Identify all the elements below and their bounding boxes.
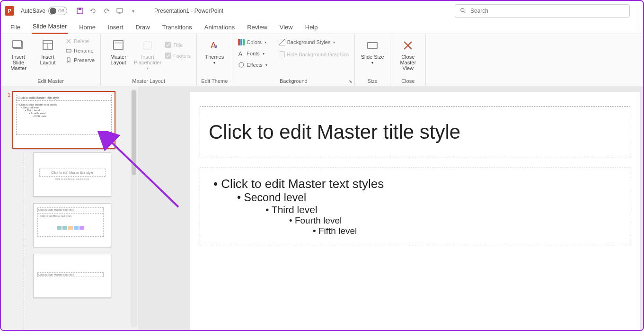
tab-help[interactable]: Help: [304, 22, 319, 34]
slide-size-button[interactable]: Slide Size ▾: [359, 36, 386, 67]
autosave-label: AutoSave: [21, 8, 45, 14]
slide-edit-area: Click to edit Master title style Click t…: [138, 86, 643, 330]
body-placeholder[interactable]: Click to edit Master text styles Second …: [200, 168, 630, 245]
svg-rect-2: [117, 9, 123, 12]
footers-checkbox: Footers: [163, 51, 193, 61]
scrollbar-thumb[interactable]: [132, 90, 136, 175]
colors-button[interactable]: Colors▾: [236, 38, 269, 46]
layout-thumbnail-2[interactable]: Click to edit Master title style • Click…: [33, 203, 111, 247]
tab-slide-master[interactable]: Slide Master: [32, 21, 68, 34]
svg-rect-1: [79, 8, 81, 10]
thumbnail-scrollbar[interactable]: [131, 89, 137, 327]
search-input[interactable]: [470, 8, 625, 14]
body-level-5[interactable]: Fifth level: [209, 226, 621, 236]
svg-text:a: a: [214, 43, 218, 50]
master-thumb-body: • Click to edit Master text styles • Sec…: [16, 102, 112, 135]
body-level-2[interactable]: Second level: [209, 191, 621, 204]
group-label-edit-theme: Edit Theme: [201, 77, 228, 85]
tab-draw[interactable]: Draw: [134, 22, 150, 34]
qat-customize[interactable]: ▾: [129, 7, 137, 15]
fonts-button[interactable]: A Fonts▾: [236, 49, 269, 58]
colors-icon: [238, 39, 245, 45]
tab-view[interactable]: View: [279, 22, 294, 34]
delete-icon: [65, 38, 72, 45]
present-button[interactable]: [115, 7, 124, 15]
title-checkbox: Title: [163, 40, 193, 50]
insert-layout-button[interactable]: Insert Layout: [34, 36, 62, 67]
delete-button: Delete: [63, 37, 97, 45]
preserve-button[interactable]: Preserve: [63, 56, 97, 64]
master-layout-button[interactable]: Master Layout: [105, 36, 132, 67]
group-background: Colors▾ A Fonts▾ Effects▾ Background Sty…: [232, 34, 355, 86]
effects-icon: [238, 62, 245, 68]
svg-rect-16: [115, 42, 122, 44]
group-label-close: Close: [394, 77, 422, 85]
fonts-icon: A: [238, 50, 245, 57]
toggle-switch[interactable]: Off: [48, 7, 67, 15]
tab-home[interactable]: Home: [78, 22, 97, 34]
master-thumb-title: Click to edit Master title style: [16, 95, 112, 101]
thumbnail-panel: 1 Click to edit Master title style • Cli…: [1, 86, 138, 330]
group-label-edit-master: Edit Master: [5, 77, 97, 85]
background-dialog-launcher[interactable]: ⬊: [349, 79, 353, 84]
title-placeholder[interactable]: Click to edit Master title style: [200, 106, 630, 158]
group-edit-master: Insert Slide Master Insert Layout Delete…: [1, 34, 101, 86]
quick-access-toolbar: ▾: [76, 7, 137, 15]
document-title: Presentation1 - PowerPoint: [154, 8, 223, 14]
svg-rect-8: [13, 41, 21, 47]
main-area: 1 Click to edit Master title style • Cli…: [1, 86, 643, 330]
rename-icon: [65, 47, 72, 54]
svg-line-6: [464, 11, 466, 13]
body-level-4[interactable]: Fourth level: [209, 215, 621, 226]
powerpoint-icon: P: [5, 6, 14, 16]
toggle-knob: [50, 8, 56, 14]
tab-insert[interactable]: Insert: [107, 22, 124, 34]
group-size: Slide Size ▾ Size: [355, 34, 390, 86]
tab-review[interactable]: Review: [246, 22, 268, 34]
redo-button[interactable]: [102, 7, 111, 15]
svg-text:A: A: [238, 51, 242, 57]
title-placeholder-text[interactable]: Click to edit Master title style: [209, 121, 621, 143]
group-label-master-layout: Master Layout: [105, 77, 193, 85]
tab-transitions[interactable]: Transitions: [161, 22, 193, 34]
save-button[interactable]: [76, 7, 84, 15]
hide-bg-checkbox: Hide Background Graphics: [277, 49, 351, 59]
autosave-toggle[interactable]: AutoSave Off: [21, 7, 67, 15]
svg-point-24: [239, 63, 244, 67]
layout-thumbnail-1[interactable]: Click to edit Master title style Click t…: [33, 152, 111, 197]
ribbon-tabs: File Slide Master Home Insert Draw Trans…: [1, 21, 643, 34]
undo-button[interactable]: [89, 7, 97, 15]
slide-canvas[interactable]: Click to edit Master title style Click t…: [190, 92, 640, 331]
close-master-view-button[interactable]: Close Master View: [394, 36, 422, 73]
svg-rect-26: [368, 43, 377, 48]
svg-point-5: [461, 9, 464, 12]
group-label-size: Size: [359, 77, 386, 85]
effects-button[interactable]: Effects▾: [236, 61, 269, 69]
tab-animations[interactable]: Animations: [203, 22, 236, 34]
search-icon: [460, 8, 467, 14]
themes-button[interactable]: Aa Themes ▾: [201, 36, 228, 67]
body-level-3[interactable]: Third level: [209, 204, 621, 215]
preserve-icon: [65, 57, 72, 63]
toggle-state: Off: [58, 9, 64, 13]
svg-rect-14: [66, 49, 71, 52]
title-bar: P AutoSave Off ▾ Presentation1 - PowerPo…: [1, 1, 643, 21]
master-thumbnail[interactable]: Click to edit Master title style • Click…: [12, 91, 115, 149]
body-level-1[interactable]: Click to edit Master text styles: [209, 177, 621, 191]
background-styles-button[interactable]: Background Styles▾: [277, 38, 351, 46]
insert-slide-master-button[interactable]: Insert Slide Master: [5, 36, 32, 73]
tab-file[interactable]: File: [9, 22, 21, 34]
svg-rect-22: [243, 39, 245, 45]
svg-rect-20: [238, 39, 240, 45]
layout-thumbnail-3[interactable]: Click to edit Master title style: [33, 254, 111, 298]
search-box[interactable]: [455, 4, 630, 18]
rename-button[interactable]: Rename: [63, 46, 97, 55]
ribbon: Insert Slide Master Insert Layout Delete…: [1, 34, 643, 86]
master-thumb-number: 1: [4, 91, 10, 98]
svg-rect-17: [144, 42, 151, 49]
group-close: Close Master View Close: [390, 34, 426, 86]
tree-line: [24, 152, 24, 330]
group-label-background: Background: [236, 77, 351, 85]
insert-placeholder-button: Insert Placeholder ▾: [134, 36, 161, 72]
bg-styles-icon: [279, 39, 285, 45]
